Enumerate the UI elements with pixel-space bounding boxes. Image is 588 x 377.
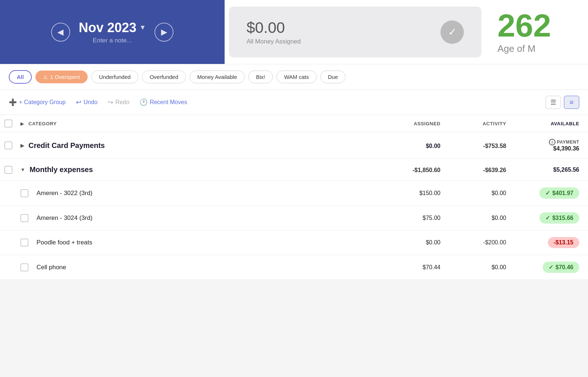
assigned-amount: $0.00 xyxy=(426,143,440,149)
age-of-money-panel: 262 Age of M xyxy=(486,0,588,64)
recent-moves-label: Recent Moves xyxy=(150,99,187,106)
add-category-group-button[interactable]: ➕ + Category Group xyxy=(9,98,66,106)
expanded-view-button[interactable]: ≡ xyxy=(564,96,579,109)
header-category: ▶ CATEGORY xyxy=(20,121,375,126)
next-month-button[interactable]: ▶ xyxy=(154,23,173,42)
table-row[interactable]: ▶ Credit Card Payments $0.00 -$753.58 i … xyxy=(0,132,588,159)
row-check-col xyxy=(20,214,37,222)
category-name: Poodle food + treats xyxy=(37,239,92,246)
money-assigned-info: $0.00 All Money Assigned xyxy=(247,19,301,45)
table-row[interactable]: Ameren - 3024 (3rd) $75.00 $0.00 ✓ $315.… xyxy=(0,206,588,231)
row-assigned: $70.44 xyxy=(375,264,440,271)
row-activity: -$639.26 xyxy=(440,165,506,174)
budget-toolbar: ➕ + Category Group ↩ Undo ↪ Redo 🕐 Recen… xyxy=(0,90,588,115)
filter-overspent[interactable]: ⚠ 1 Overspent xyxy=(35,71,88,83)
row-checkbox[interactable] xyxy=(20,189,28,197)
note-input[interactable]: Enter a note... xyxy=(79,37,146,44)
filter-bix[interactable]: Bix! xyxy=(248,71,273,83)
row-available: ✓ $401.97 xyxy=(506,187,579,199)
row-assigned: -$1,850.60 xyxy=(375,165,440,174)
filter-overfunded[interactable]: Overfunded xyxy=(142,71,186,83)
badge-check-icon: ✓ xyxy=(545,190,550,197)
expand-all-icon: ▶ xyxy=(20,121,24,126)
toolbar-actions: ➕ + Category Group ↩ Undo ↪ Redo 🕐 Recen… xyxy=(9,98,187,106)
table-row[interactable]: Poodle food + treats $0.00 -$200.00 -$13… xyxy=(0,231,588,255)
row-check-col xyxy=(4,166,20,174)
expanded-view-icon: ≡ xyxy=(570,99,574,106)
row-checkbox[interactable] xyxy=(20,239,28,247)
available-amount: $5,265.56 xyxy=(553,167,579,173)
payment-label: i PAYMENT xyxy=(506,139,579,145)
filter-due[interactable]: Due xyxy=(320,71,346,83)
available-amount: $401.97 xyxy=(552,190,573,197)
warning-icon: ⚠ xyxy=(43,74,48,80)
available-badge: ✓ $315.66 xyxy=(539,212,579,224)
undo-icon: ↩ xyxy=(76,98,81,106)
row-checkbox[interactable] xyxy=(20,214,28,222)
table-header: ▶ CATEGORY ASSIGNED ACTIVITY AVAILABLE xyxy=(0,115,588,132)
select-all-checkbox[interactable] xyxy=(4,119,12,127)
filter-bar: All ⚠ 1 Overspent Underfunded Overfunded… xyxy=(0,64,588,90)
payment-text: PAYMENT xyxy=(557,140,579,145)
redo-button[interactable]: ↪ Redo xyxy=(108,98,129,106)
row-activity: -$200.00 xyxy=(440,239,506,246)
row-category-name: Poodle food + treats xyxy=(37,239,375,246)
category-name: Cell phone xyxy=(37,264,66,271)
available-amount: $315.66 xyxy=(552,215,573,221)
assigned-column-header: ASSIGNED xyxy=(414,121,440,126)
row-check-col xyxy=(20,239,37,247)
budget-table: ▶ CATEGORY ASSIGNED ACTIVITY AVAILABLE ▶… xyxy=(0,115,588,280)
badge-check-icon: ✓ xyxy=(549,264,553,271)
age-of-money-number: 262 xyxy=(497,9,551,42)
row-assigned: $0.00 xyxy=(375,141,440,150)
recent-moves-button[interactable]: 🕐 Recent Moves xyxy=(140,98,187,106)
assigned-amount: $70.44 xyxy=(423,264,440,270)
add-category-group-label: + Category Group xyxy=(19,99,66,106)
table-row[interactable]: Cell phone $70.44 $0.00 ✓ $70.46 xyxy=(0,255,588,280)
row-available: ✓ $315.66 xyxy=(506,212,579,224)
row-checkbox[interactable] xyxy=(4,166,12,174)
undo-label: Undo xyxy=(84,99,98,106)
money-assigned-amount: $0.00 xyxy=(247,19,301,37)
table-row[interactable]: Ameren - 3022 (3rd) $150.00 $0.00 ✓ $401… xyxy=(0,181,588,206)
prev-month-button[interactable]: ◀ xyxy=(51,23,70,42)
month-dropdown-icon: ▼ xyxy=(140,24,146,31)
filter-wam-cats[interactable]: WAM cats xyxy=(276,71,317,83)
row-category-name: Ameren - 3022 (3rd) xyxy=(37,190,375,197)
table-row[interactable]: ▼ Monthly expenses -$1,850.60 -$639.26 $… xyxy=(0,159,588,181)
row-available: ✓ $70.46 xyxy=(506,262,579,273)
activity-column-header: ACTIVITY xyxy=(483,121,506,126)
row-check-col xyxy=(20,263,37,271)
clock-icon: 🕐 xyxy=(140,98,148,106)
header-available: AVAILABLE xyxy=(506,120,579,127)
row-category-name: ▶ Credit Card Payments xyxy=(20,141,375,150)
compact-view-button[interactable]: ☰ xyxy=(546,96,561,109)
row-available: -$13.15 xyxy=(506,237,579,248)
row-activity: $0.00 xyxy=(440,264,506,271)
row-activity: $0.00 xyxy=(440,190,506,197)
filter-all[interactable]: All xyxy=(9,70,32,84)
row-checkbox[interactable] xyxy=(4,141,12,149)
row-checkbox[interactable] xyxy=(20,263,28,271)
header-activity: ACTIVITY xyxy=(440,120,506,127)
row-category-name: Cell phone xyxy=(37,264,375,271)
row-activity: $0.00 xyxy=(440,214,506,222)
all-assigned-checkmark: ✓ xyxy=(440,20,464,44)
filter-money-available[interactable]: Money Available xyxy=(190,71,245,83)
redo-label: Redo xyxy=(115,99,129,106)
row-assigned: $0.00 xyxy=(375,239,440,246)
category-column-header: CATEGORY xyxy=(28,121,57,126)
activity-amount: -$200.00 xyxy=(483,239,506,245)
row-category-name: ▼ Monthly expenses xyxy=(20,165,375,174)
age-of-money-label: Age of M xyxy=(497,43,551,54)
group-name: Credit Card Payments xyxy=(28,141,105,150)
row-category-name: Ameren - 3024 (3rd) xyxy=(37,214,375,222)
undo-button[interactable]: ↩ Undo xyxy=(76,98,98,106)
money-assigned-panel: $0.00 All Money Assigned ✓ xyxy=(229,7,481,57)
assigned-amount: $150.00 xyxy=(419,190,440,196)
filter-underfunded[interactable]: Underfunded xyxy=(91,71,138,83)
expand-group-icon: ▶ xyxy=(20,143,24,148)
age-of-money-info: 262 Age of M xyxy=(497,9,551,54)
badge-check-icon: ✓ xyxy=(545,214,550,221)
activity-amount: $0.00 xyxy=(492,264,506,270)
